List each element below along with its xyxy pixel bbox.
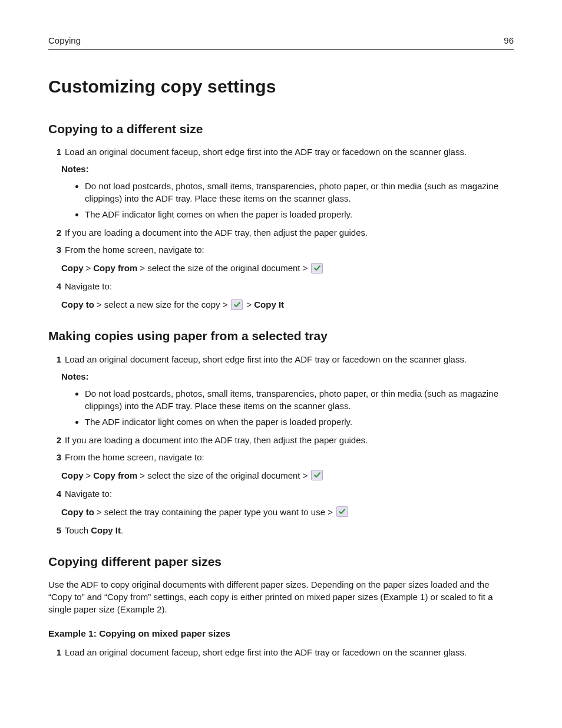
nav-path: Copy > Copy from > select the size of th…: [61, 262, 514, 274]
nav-path: Copy to > select the tray containing the…: [61, 506, 514, 518]
nav-separator: >: [86, 469, 91, 482]
nav-token: Copy It: [254, 298, 284, 311]
steps-list-a-cont2: 4 Navigate to:: [48, 280, 514, 292]
note-item: The ADF indicator light comes on when th…: [85, 416, 514, 428]
notes-label: Notes:: [61, 370, 514, 383]
step-item: 4 Navigate to:: [48, 280, 514, 292]
page: Copying 96 Customizing copy settings Cop…: [0, 0, 562, 728]
checkmark-icon: [231, 299, 243, 310]
running-header: Copying 96: [48, 34, 514, 50]
steps-list-c: 1 Load an original document faceup, shor…: [48, 646, 514, 658]
step-text: Load an original document faceup, short …: [65, 146, 514, 158]
step-text: Navigate to:: [65, 280, 514, 292]
nav-token: Copy: [61, 469, 84, 482]
nav-separator: >: [246, 298, 252, 311]
section-heading-copy-different-size: Copying to a different size: [48, 120, 514, 137]
step-item: 1 Load an original document faceup, shor…: [48, 646, 514, 658]
step-number: 2: [48, 226, 65, 239]
step-number: 1: [48, 146, 65, 158]
nav-token: Copy: [61, 262, 84, 274]
nav-separator: >: [86, 262, 91, 274]
section-heading-different-sizes: Copying different paper sizes: [48, 553, 514, 570]
step-item: 4 Navigate to:: [48, 487, 514, 500]
nav-tail: > select the size of the original docume…: [140, 262, 308, 274]
steps-list-a: 1 Load an original document faceup, shor…: [48, 146, 514, 158]
steps-list-a-cont: 2 If you are loading a document into the…: [48, 226, 514, 256]
checkmark-icon: [336, 506, 348, 517]
header-section: Copying: [48, 34, 81, 47]
step-item: 1 Load an original document faceup, shor…: [48, 353, 514, 365]
step-text: If you are loading a document into the A…: [65, 434, 514, 446]
step-item: 3 From the home screen, navigate to:: [48, 243, 514, 256]
note-item: The ADF indicator light comes on when th…: [85, 208, 514, 220]
step-number: 2: [48, 434, 65, 446]
note-item: Do not load postcards, photos, small ite…: [85, 387, 514, 412]
section-heading-selected-tray: Making copies using paper from a selecte…: [48, 327, 514, 344]
step-number: 4: [48, 487, 65, 500]
checkmark-icon: [311, 263, 323, 274]
step-text: Load an original document faceup, short …: [65, 353, 514, 365]
step-item: 1 Load an original document faceup, shor…: [48, 146, 514, 158]
nav-token: Copy to: [61, 506, 94, 518]
step-number: 3: [48, 451, 65, 463]
step-text: Load an original document faceup, short …: [65, 646, 514, 658]
nav-token: Copy from: [93, 469, 137, 482]
step-number: 5: [48, 524, 65, 536]
note-item: Do not load postcards, photos, small ite…: [85, 180, 514, 205]
steps-list-b-cont2: 4 Navigate to:: [48, 487, 514, 500]
step-text: From the home screen, navigate to:: [65, 451, 514, 463]
steps-list-b: 1 Load an original document faceup, shor…: [48, 353, 514, 365]
step-text: From the home screen, navigate to:: [65, 243, 514, 256]
page-title: Customizing copy settings: [48, 74, 514, 99]
section-c-intro: Use the ADF to copy original documents w…: [48, 578, 514, 615]
step-text-post: .: [121, 525, 123, 535]
checkmark-icon: [311, 470, 323, 480]
step-number: 3: [48, 243, 65, 256]
step-text: If you are loading a document into the A…: [65, 226, 514, 239]
step-text: Touch Copy It.: [65, 524, 514, 536]
steps-list-b-cont3: 5 Touch Copy It.: [48, 524, 514, 536]
step-text: Navigate to:: [65, 487, 514, 500]
step-item: 2 If you are loading a document into the…: [48, 434, 514, 446]
example-1-title: Example 1: Copying on mixed paper sizes: [48, 627, 514, 640]
step-number: 4: [48, 280, 65, 292]
notes-list-a: Do not load postcards, photos, small ite…: [85, 180, 514, 220]
step-item: 2 If you are loading a document into the…: [48, 226, 514, 239]
step-number: 1: [48, 646, 65, 658]
nav-path: Copy > Copy from > select the size of th…: [61, 469, 514, 482]
nav-token: Copy to: [61, 298, 94, 311]
nav-tail: > select a new size for the copy >: [97, 298, 228, 311]
nav-path: Copy to > select a new size for the copy…: [61, 298, 514, 311]
step-number: 1: [48, 353, 65, 365]
nav-token: Copy from: [93, 262, 137, 274]
step-item: 3 From the home screen, navigate to:: [48, 451, 514, 463]
nav-tail: > select the tray containing the paper t…: [97, 506, 333, 518]
notes-label: Notes:: [61, 163, 514, 175]
notes-list-b: Do not load postcards, photos, small ite…: [85, 387, 514, 428]
header-page-number: 96: [504, 34, 514, 47]
step-item: 5 Touch Copy It.: [48, 524, 514, 536]
nav-tail: > select the size of the original docume…: [140, 469, 308, 482]
step-text-bold: Copy It: [91, 525, 121, 535]
step-text-pre: Touch: [65, 525, 91, 535]
steps-list-b-cont: 2 If you are loading a document into the…: [48, 434, 514, 463]
